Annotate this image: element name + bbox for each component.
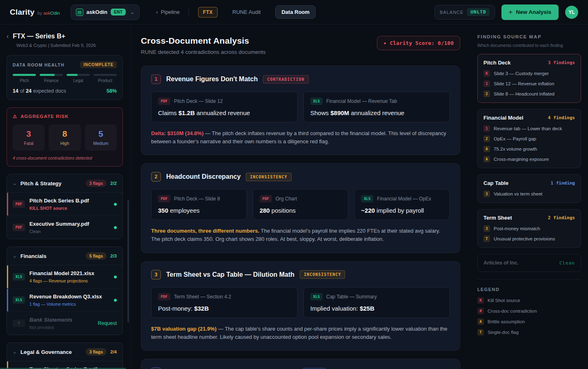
source-item[interactable]: 3 Post-money mismatch: [483, 225, 575, 232]
bar-label: Legal: [67, 78, 90, 83]
doc-title: Executive Summary.pdf: [29, 221, 109, 227]
source-group-financial-model[interactable]: Financial Model 4 findings 1 Revenue tab…: [477, 109, 581, 168]
data-room-health-card: DATA ROOM HEALTH INCOMPLETE Pitch Financ…: [7, 55, 123, 100]
finding-title: Revenue Figures Don't Match: [166, 76, 258, 83]
aggregate-risk-card: ⚠ AGGREGATE RISK 3 Fatal 8 High 5 Medium…: [7, 107, 123, 167]
evidence-source: Cap Table — Summary: [326, 294, 377, 300]
finding-number: 3: [151, 270, 161, 280]
finding-card-2[interactable]: 2 Headcount Discrepancy INCONSISTENCY PD…: [141, 163, 460, 253]
section-header[interactable]: ⌄ Legal & Governance 3 flags 2/4: [7, 343, 122, 361]
byline-by: by: [38, 11, 42, 16]
finding-card-3[interactable]: 3 Term Sheet vs Cap Table — Dilution Mat…: [141, 261, 460, 351]
source-item[interactable]: 1 Revenue tab — Lower than deck: [483, 125, 575, 132]
evidence-box[interactable]: XLS Financial Model — Revenue Tab Shows …: [303, 91, 450, 122]
file-type-chip: PDF: [13, 200, 25, 208]
evidence-source: Term Sheet — Section 4.2: [174, 294, 231, 300]
evidence-claim: 350 employees: [158, 207, 240, 214]
source-item-label: Slide 3 — Custody merger: [494, 71, 549, 76]
risk-label: High: [49, 141, 80, 146]
avatar[interactable]: YL: [565, 6, 578, 19]
source-item[interactable]: 2 OpEx — Payroll gap: [483, 136, 575, 142]
risk-label: Medium: [85, 141, 117, 146]
evidence-claim: Claims $1.2B annualized revenue: [158, 109, 291, 116]
evidence-box[interactable]: XLS Cap Table — Summary Implied valuatio…: [303, 287, 450, 318]
source-item[interactable]: K Slide 3 — Custody merger: [483, 70, 575, 77]
contradiction-badge: #: [477, 308, 484, 314]
evidence-claim: Implied valuation: $25B: [310, 305, 443, 312]
source-group-pitch-deck[interactable]: Pitch Deck 3 findings K Slide 3 — Custod…: [477, 54, 581, 103]
deal-subtitle: Web3 & Crypto | Submitted Feb 9, 2026: [16, 43, 123, 48]
source-doc-name: Financial Model: [483, 115, 523, 121]
source-item[interactable]: A 75.2x volume growth: [483, 146, 575, 152]
source-item-label: 75.2x volume growth: [494, 147, 537, 151]
source-doc-name: Cap Table: [483, 180, 508, 186]
evidence-claim: Post-money: $32B: [158, 305, 291, 312]
evidence-source: Org Chart: [276, 196, 297, 202]
chevron-down-icon: ⌄: [13, 253, 17, 259]
health-bar-finance: Finance: [40, 74, 63, 83]
evidence-source: Pitch Deck — Slide 8: [174, 196, 220, 202]
doc-note: 4 flags — Revenue projections: [29, 278, 109, 283]
doc-note: Clean: [29, 229, 109, 234]
file-type-chip: XLS: [361, 195, 373, 202]
finding-number: 2: [151, 172, 161, 182]
brand: Clarity by askOdin: [10, 8, 60, 17]
workspace-switcher[interactable]: ▤ askOdin ENT ⌄: [71, 4, 140, 20]
sidebar-scrollbar[interactable]: [127, 200, 129, 322]
flags-badge: 3 flags: [86, 348, 107, 356]
balance-pill: BALANCE UNLTD: [434, 5, 494, 20]
section-header[interactable]: ⌄ Financials 5 flags 2/3: [7, 247, 122, 265]
main-header: Cross-Document Analysis RUNE detected 4 …: [141, 36, 460, 55]
doc-row-exec-summary[interactable]: PDF Executive Summary.pdf Clean: [7, 216, 122, 239]
doc-row-financial-model[interactable]: XLS Financial Model 2021.xlsx 4 flags — …: [7, 265, 122, 288]
risk-note: 4 cross-document contradictions detected: [13, 156, 117, 160]
chevron-down-icon: ⌄: [130, 9, 134, 15]
evidence-box[interactable]: PDF Term Sheet — Section 4.2 Post-money:…: [151, 287, 298, 318]
findings-count: 3 findings: [548, 60, 575, 65]
evidence-box[interactable]: PDF Pitch Deck — Slide 8 350 employees: [151, 189, 247, 220]
new-analysis-button[interactable]: + New Analysis: [501, 4, 559, 20]
section-pitch-strategy: ⌄ Pitch & Strategy 3 flags 2/2 PDF Pitch…: [7, 174, 123, 239]
source-item[interactable]: T Unusual protective provisions: [483, 236, 575, 242]
evidence-box[interactable]: PDF Pitch Deck — Slide 12 Claims $1.2B a…: [151, 91, 298, 122]
legend-item-assumption: A Brittle assumption: [477, 318, 581, 325]
evidence-box[interactable]: XLS Financial Model — OpEx ~220 implied …: [354, 189, 450, 220]
back-chevron-icon[interactable]: ‹: [7, 33, 9, 40]
evidence-claim: ~220 implied by payroll: [361, 207, 443, 214]
section-count: 2/3: [110, 253, 117, 258]
file-type-chip: PDF: [158, 195, 170, 202]
pipeline-back-link[interactable]: ‹ Pipeline: [156, 9, 180, 15]
tab-rune-audit[interactable]: RUNE Audit: [227, 6, 266, 18]
score-dot-icon: ●: [383, 41, 386, 45]
finding-card-4[interactable]: 4 Timeline Inconsistency — Product Launc…: [141, 359, 460, 369]
risk-title: AGGREGATE RISK: [20, 114, 69, 119]
legend-label: Kill Shot source: [488, 298, 520, 303]
source-item[interactable]: 2 Slide 8 — Headcount inflated: [483, 91, 575, 97]
health-bar-legal: Legal: [67, 74, 90, 83]
tab-data-room[interactable]: Data Room: [275, 5, 316, 19]
doc-row-bank-statements[interactable]: ? Bank Statements Not provided Request: [7, 311, 122, 335]
request-link[interactable]: Request: [98, 320, 117, 326]
section-header[interactable]: ⌄ Pitch & Strategy 3 flags 2/2: [7, 174, 122, 193]
source-group-term-sheet[interactable]: Term Sheet 2 findings 3 Post-money misma…: [477, 209, 581, 248]
accent-bar: [7, 193, 8, 216]
source-item[interactable]: A Cross-margining exposure: [483, 156, 575, 162]
status-dot: [114, 299, 117, 302]
evidence-box[interactable]: PDF Org Chart 280 positions: [253, 189, 349, 220]
finding-title: Headcount Discrepancy: [166, 173, 241, 180]
bar-label: Product: [94, 78, 117, 83]
deal-sidebar: ‹ FTX — Series B+ Web3 & Crypto | Submit…: [0, 24, 131, 369]
source-item[interactable]: 3 Valuation vs term sheet: [483, 191, 575, 197]
finding-card-1[interactable]: 1 Revenue Figures Don't Match CONTRADICT…: [141, 66, 460, 155]
assumption-badge: A: [483, 156, 490, 162]
source-item-label: Cross-margining exposure: [494, 157, 549, 162]
deal-tag-ftx[interactable]: FTX: [198, 7, 218, 18]
doc-row-pitch-deck[interactable]: PDF Pitch Deck Series B.pdf KILL SHOT so…: [7, 193, 122, 216]
source-group-cap-table[interactable]: Cap Table 1 finding 3 Valuation vs term …: [477, 174, 581, 203]
file-type-chip: XLS: [13, 273, 25, 280]
expected-docs-count: 14 of 24 expected docs 58%: [13, 88, 117, 94]
health-bar-pitch: Pitch: [13, 74, 36, 83]
doc-row-revenue-breakdown[interactable]: XLS Revenue Breakdown Q3.xlsx 1 flag — V…: [7, 288, 122, 311]
source-item[interactable]: 1 Slide 12 — Revenue inflation: [483, 80, 575, 87]
evidence-source: Financial Model — OpEx: [377, 196, 431, 202]
